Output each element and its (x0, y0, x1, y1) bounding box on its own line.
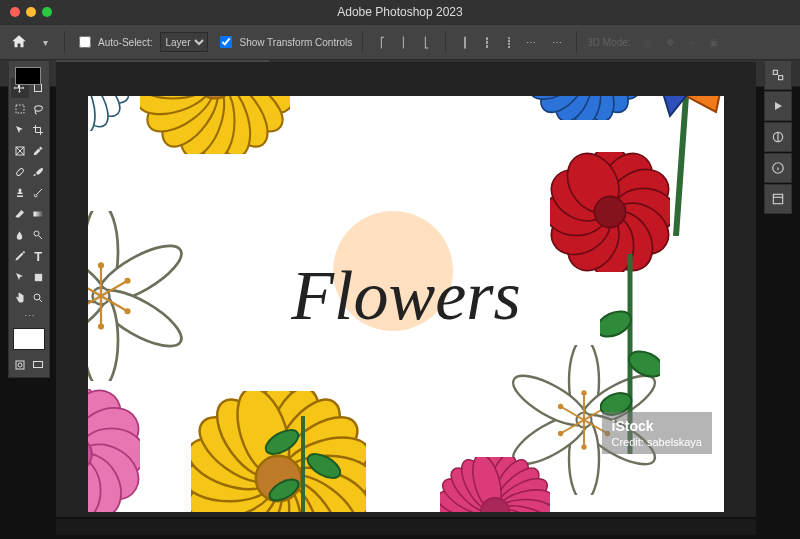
svg-rect-15 (773, 194, 782, 203)
background-swatch[interactable] (15, 67, 41, 85)
svg-point-121 (124, 277, 130, 283)
leaf-sprig (258, 406, 348, 512)
svg-point-113 (98, 323, 104, 329)
color-swatches[interactable] (11, 324, 47, 354)
distribute-group: ┃ ┇ ┋ ⋯ (456, 33, 540, 51)
pan-icon: ✥ (661, 33, 679, 51)
svg-point-111 (124, 308, 130, 314)
shape-tool[interactable] (30, 267, 48, 287)
watermark: iStock Credit: sabelskaya (602, 412, 713, 454)
options-bar: ▾ Auto-Select: Layer Show Transform Cont… (0, 24, 800, 60)
svg-point-166 (581, 445, 586, 450)
adjust-panel-icon[interactable] (764, 122, 792, 152)
more-align-icon[interactable]: ⋯ (548, 33, 566, 51)
blur-tool[interactable] (11, 225, 29, 245)
svg-point-9 (18, 363, 22, 367)
history-brush-tool[interactable] (30, 183, 48, 203)
canvas[interactable]: Flowers iStock Credit: sabelskaya (88, 96, 724, 512)
path-tool[interactable] (11, 267, 29, 287)
status-bar (56, 519, 756, 535)
pen-tool[interactable] (11, 246, 29, 266)
dodge-tool[interactable] (30, 225, 48, 245)
bird-of-paradise (636, 96, 724, 236)
camera-icon: ▣ (705, 33, 723, 51)
auto-select-label: Auto-Select: (98, 37, 152, 48)
play-panel-icon[interactable] (764, 91, 792, 121)
svg-point-203 (262, 425, 302, 459)
svg-point-170 (558, 404, 563, 409)
svg-point-7 (34, 294, 40, 300)
brush-tool[interactable] (30, 162, 48, 182)
flower-cornflower-blue (527, 96, 642, 120)
flower-rose-pink-bottom (88, 389, 140, 512)
svg-point-102 (594, 197, 625, 228)
flower-gerbera-bottom (440, 457, 550, 512)
stamp-tool[interactable] (11, 183, 29, 203)
svg-rect-0 (35, 85, 42, 92)
quickmask-tool[interactable] (11, 355, 29, 375)
gradient-tool[interactable] (30, 204, 48, 224)
orbit-icon: ◎ (639, 33, 657, 51)
dist-top-icon[interactable]: ┃ (456, 33, 474, 51)
svg-rect-6 (35, 273, 42, 280)
show-transform-checkbox[interactable]: Show Transform Controls (216, 33, 352, 51)
svg-point-119 (98, 262, 104, 268)
auto-select-target[interactable]: Layer (160, 32, 208, 52)
auto-select-checkbox[interactable]: Auto-Select: (75, 33, 152, 51)
toolbox: » T ⋯ (8, 60, 50, 378)
watermark-credit: Credit: sabelskaya (612, 436, 703, 448)
dolly-icon: ↔ (683, 33, 701, 51)
align-left-icon[interactable]: ⎡ (373, 33, 391, 51)
color-panel-icon[interactable] (764, 60, 792, 90)
threeD-label: 3D Mode: (587, 37, 630, 48)
artwork-title: Flowers (291, 256, 520, 336)
info-panel-icon[interactable] (764, 153, 792, 183)
svg-point-204 (304, 449, 344, 483)
dist-horiz-icon[interactable]: ⋯ (522, 33, 540, 51)
edit-toolbar-icon[interactable]: ⋯ (11, 309, 47, 323)
hand-tool[interactable] (11, 288, 29, 308)
app-title: Adobe Photoshop 2023 (0, 5, 800, 19)
show-transform-label: Show Transform Controls (239, 37, 352, 48)
align-center-icon[interactable]: ⎢ (395, 33, 413, 51)
frame-tool[interactable] (11, 141, 29, 161)
svg-point-168 (558, 431, 563, 436)
libraries-panel-icon[interactable] (764, 184, 792, 214)
flower-lily-left (88, 211, 186, 381)
quick-select-tool[interactable] (11, 120, 29, 140)
align-group: ⎡ ⎢ ⎣ (373, 33, 435, 51)
lasso-tool[interactable] (30, 99, 48, 119)
flower-sunflower-top (140, 96, 290, 154)
svg-rect-12 (779, 76, 783, 80)
watermark-brand: iStock (612, 418, 703, 434)
home-icon[interactable] (10, 33, 28, 51)
titlebar: Adobe Photoshop 2023 (0, 0, 800, 24)
svg-rect-1 (16, 105, 24, 113)
svg-rect-8 (16, 361, 24, 369)
svg-rect-3 (16, 168, 24, 176)
type-tool[interactable]: T (30, 246, 48, 266)
dist-bot-icon[interactable]: ┋ (500, 33, 518, 51)
heal-tool[interactable] (11, 162, 29, 182)
flower-daisy-white (88, 96, 129, 131)
marquee-tool[interactable] (11, 99, 29, 119)
svg-point-5 (34, 231, 39, 236)
svg-rect-4 (34, 212, 43, 217)
canvas-area: Flowers iStock Credit: sabelskaya (56, 62, 756, 517)
svg-rect-10 (34, 362, 43, 368)
workspace-menu-icon[interactable]: ▾ (36, 33, 54, 51)
svg-point-205 (266, 475, 302, 505)
right-panel-dock (764, 60, 792, 214)
dist-mid-icon[interactable]: ┇ (478, 33, 496, 51)
threeD-group: ◎ ✥ ↔ ▣ (639, 33, 723, 51)
svg-point-172 (581, 391, 586, 396)
crop-tool[interactable] (30, 120, 48, 140)
foreground-swatch[interactable] (13, 328, 45, 350)
eyedropper-tool[interactable] (30, 141, 48, 161)
zoom-tool[interactable] (30, 288, 48, 308)
align-right-icon[interactable]: ⎣ (417, 33, 435, 51)
svg-rect-11 (773, 70, 777, 74)
screenmode-tool[interactable] (30, 355, 48, 375)
eraser-tool[interactable] (11, 204, 29, 224)
artwork: Flowers iStock Credit: sabelskaya (88, 96, 724, 512)
